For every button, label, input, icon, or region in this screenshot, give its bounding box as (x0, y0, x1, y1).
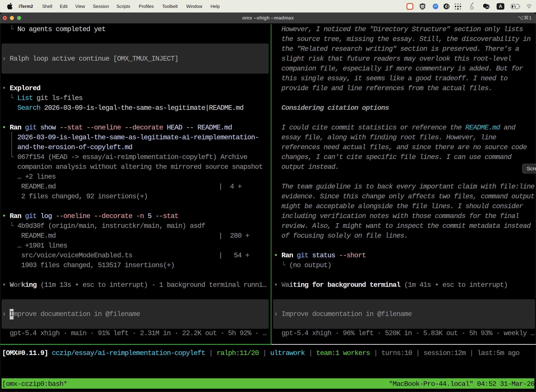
svg-text:..61: ..61 (485, 6, 489, 8)
